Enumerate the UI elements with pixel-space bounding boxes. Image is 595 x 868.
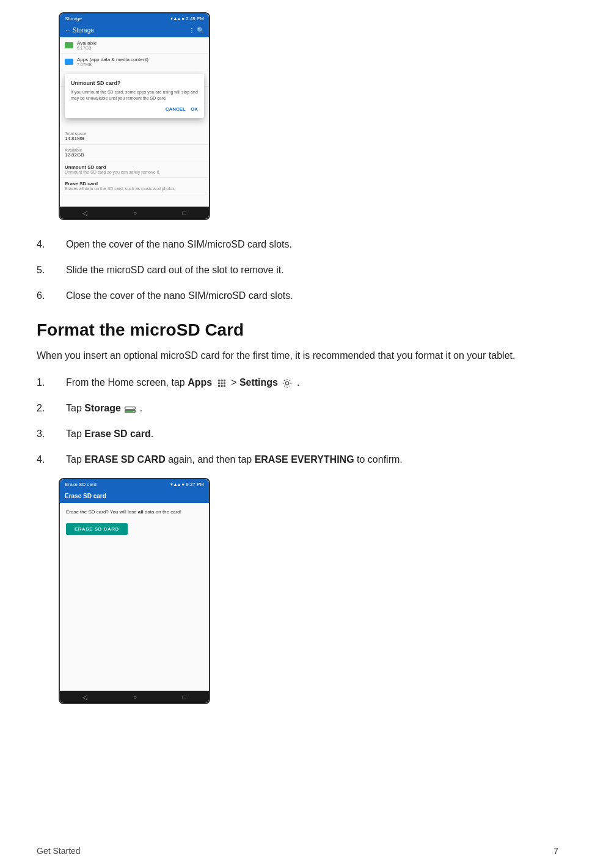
page-container: Storage ▾▲▴ ● 2:49 PM ← Storage ⋮ 🔍 Avai… — [0, 0, 595, 868]
dialog-text: If you unmount the SD card, some apps yo… — [71, 89, 198, 101]
svg-point-2 — [223, 379, 225, 381]
footer-left: Get Started — [37, 846, 81, 856]
step-6-text: Close the cover of the nano SIM/microSD … — [66, 289, 558, 303]
dialog-title: Unmount SD card? — [71, 80, 198, 86]
phone-right-label-2: ▾▲▴ ● 9:27 PM — [170, 482, 204, 487]
step-4: 4. Open the cover of the nano SIM/microS… — [37, 237, 558, 252]
phone-left-label-1: Storage — [65, 16, 82, 21]
step-6: 6. Close the cover of the nano SIM/micro… — [37, 289, 558, 303]
list-item-apps: Apps (app data & media content) 7.57MB — [60, 54, 209, 70]
phone-screenshot-2: Erase SD card ▾▲▴ ● 9:27 PM Erase SD car… — [59, 478, 210, 704]
format-step-4: 4. Tap ERASE SD CARD again, and then tap… — [37, 452, 558, 467]
phone-status-bar-1: Storage ▾▲▴ ● 2:49 PM — [60, 13, 209, 23]
format-step-3-number: 3. — [37, 427, 66, 441]
dialog-cancel-btn[interactable]: CANCEL — [166, 106, 186, 112]
page-footer: Get Started 7 — [37, 846, 558, 856]
format-step-2-text: Tap Storage . — [66, 401, 558, 416]
format-step-2: 2. Tap Storage . — [37, 401, 558, 416]
svg-point-12 — [134, 408, 135, 410]
svg-point-4 — [221, 382, 223, 384]
list-item-avail2: Available 12.82GB — [60, 145, 209, 161]
svg-point-13 — [134, 411, 135, 412]
phone-status-bar-2: Erase SD card ▾▲▴ ● 9:27 PM — [60, 479, 209, 489]
phone-nav-bar-2: ◁ ○ □ — [60, 691, 209, 703]
format-step-3-text: Tap Erase SD card. — [66, 427, 558, 441]
step-6-number: 6. — [37, 289, 66, 303]
step-4-text: Open the cover of the nano SIM/microSD c… — [66, 237, 558, 252]
svg-point-7 — [221, 384, 223, 387]
list-item-erase: Erase SD card Erases all data on the SD … — [60, 178, 209, 194]
svg-point-3 — [217, 382, 220, 384]
unmount-dialog: Unmount SD card? If you unmount the SD c… — [65, 74, 204, 118]
section-intro: When you insert an optional microSD card… — [37, 348, 558, 363]
step-4-number: 4. — [37, 237, 66, 252]
phone-right-label-1: ▾▲▴ ● 2:49 PM — [170, 16, 204, 21]
step-5-number: 5. — [37, 263, 66, 278]
dialog-buttons: CANCEL OK — [71, 106, 198, 112]
format-step-3: 3. Tap Erase SD card. — [37, 427, 558, 441]
storage-icon — [125, 405, 136, 413]
apps-icon — [216, 378, 227, 389]
section-heading: Format the microSD Card — [37, 320, 558, 340]
svg-point-1 — [221, 379, 223, 381]
phone-header-1: ← Storage ⋮ 🔍 — [60, 23, 209, 37]
format-step-1: 1. From the Home screen, tap Apps — [37, 375, 558, 390]
phone-left-label-2: Erase SD card — [65, 482, 97, 487]
format-step-1-text: From the Home screen, tap Apps — [66, 375, 558, 390]
svg-point-8 — [223, 384, 225, 387]
erase-sd-card-button[interactable]: ERASE SD CARD — [66, 523, 128, 535]
step-5: 5. Slide the microSD card out of the slo… — [37, 263, 558, 278]
phone-screenshot-1: Storage ▾▲▴ ● 2:49 PM ← Storage ⋮ 🔍 Avai… — [59, 12, 210, 220]
format-step-1-number: 1. — [37, 375, 66, 390]
list-item-unmount: Unmount SD card Unmount the SD card so y… — [60, 161, 209, 178]
svg-point-0 — [217, 379, 220, 381]
svg-point-9 — [286, 381, 289, 384]
list-item-total: Total space 14.81MB — [60, 128, 209, 145]
svg-point-6 — [217, 384, 220, 387]
dialog-ok-btn[interactable]: OK — [191, 106, 198, 112]
erase-header: Erase SD card — [60, 489, 209, 503]
erase-content: Erase the SD card? You will lose all dat… — [60, 503, 209, 603]
erase-warning-text: Erase the SD card? You will lose all dat… — [66, 509, 181, 515]
format-steps-list: 1. From the Home screen, tap Apps — [37, 375, 558, 467]
phone-nav-bar-1: ◁ ○ □ — [60, 207, 209, 219]
format-step-4-number: 4. — [37, 452, 66, 467]
footer-right: 7 — [553, 846, 558, 856]
phone-content-1: Available 6.17GB Apps (app data & media … — [60, 37, 209, 207]
format-step-4-text: Tap ERASE SD CARD again, and then tap ER… — [66, 452, 558, 467]
list-item-available: Available 6.17GB — [60, 37, 209, 54]
format-step-2-number: 2. — [37, 401, 66, 416]
svg-point-5 — [223, 382, 225, 384]
steps-list-top: 4. Open the cover of the nano SIM/microS… — [37, 237, 558, 303]
step-5-text: Slide the microSD card out of the slot t… — [66, 263, 558, 278]
settings-icon — [282, 378, 293, 389]
